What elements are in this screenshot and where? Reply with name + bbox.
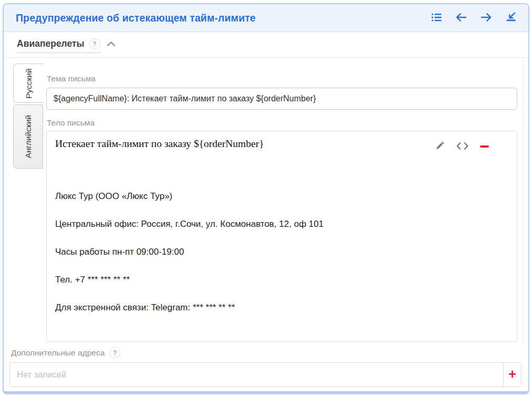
minus-icon bbox=[480, 145, 489, 148]
tab-english-label: Английский bbox=[24, 115, 33, 158]
additional-addresses-label: Дополнительные адреса bbox=[11, 348, 105, 358]
html-code-button[interactable] bbox=[456, 140, 469, 153]
tab-english[interactable]: Английский bbox=[13, 105, 43, 169]
plus-icon: + bbox=[508, 368, 516, 381]
arrow-left-icon bbox=[455, 12, 467, 25]
tab-russian[interactable]: Русский bbox=[13, 64, 44, 103]
body-paragraph: Центральный офис: Россия, г.Сочи, ул. Ко… bbox=[55, 218, 508, 230]
body-paragraph: Люкс Тур (ООО «Люкс Тур») bbox=[55, 191, 508, 202]
body-paragraph: Тел. +7 *** *** ** ** bbox=[55, 274, 508, 286]
chevron-up-icon bbox=[107, 40, 116, 48]
back-button[interactable] bbox=[455, 12, 467, 24]
edit-button[interactable] bbox=[435, 140, 445, 153]
email-template-window: Предупреждение об истекающем тайм-лимите bbox=[3, 3, 529, 394]
section-title: Авиаперелеты bbox=[17, 38, 85, 49]
forward-button[interactable] bbox=[480, 12, 493, 24]
body-paragraph: Для экстренной связи: Telegram: *** *** … bbox=[55, 302, 508, 314]
list-icon bbox=[431, 12, 442, 25]
remove-body-button[interactable] bbox=[480, 140, 489, 153]
list-button[interactable] bbox=[431, 12, 442, 24]
add-address-button[interactable]: + bbox=[503, 363, 521, 386]
dock-button[interactable] bbox=[505, 12, 517, 24]
code-icon bbox=[456, 141, 469, 152]
tab-russian-label: Русский bbox=[24, 68, 34, 99]
additional-help-icon[interactable]: ? bbox=[109, 347, 120, 358]
additional-label-row: Дополнительные адреса ? bbox=[11, 347, 523, 358]
page-title: Предупреждение об истекающем тайм-лимите bbox=[16, 12, 256, 24]
language-panel: Русский Английский Тема письма Тело пись… bbox=[4, 58, 528, 346]
titlebar-actions bbox=[431, 12, 517, 24]
section-title-wrap: Авиаперелеты ? bbox=[17, 38, 100, 53]
additional-addresses-section: Дополнительные адреса ? + bbox=[4, 346, 528, 387]
panel-right-border bbox=[523, 58, 524, 345]
additional-address-row: + bbox=[9, 362, 521, 387]
additional-address-input[interactable] bbox=[10, 363, 503, 386]
email-body-editor[interactable]: Истекает тайм-лимит по заказу ${orderNum… bbox=[46, 131, 517, 342]
titlebar: Предупреждение об истекающем тайм-лимите bbox=[4, 4, 528, 32]
subject-label: Тема письма bbox=[47, 74, 517, 83]
body-label: Тело письма bbox=[47, 118, 517, 128]
editor-tools bbox=[435, 140, 489, 153]
body-paragraph: Часы работы пн-пт 09:00-19:00 bbox=[55, 246, 508, 258]
pencil-icon bbox=[435, 141, 445, 152]
section-help-icon[interactable]: ? bbox=[89, 38, 100, 49]
template-fields: Тема письма Тело письма Истекает тайм-ли… bbox=[46, 58, 517, 342]
arrow-right-icon bbox=[480, 12, 493, 25]
dock-arrow-icon bbox=[505, 12, 517, 25]
section-bar: Авиаперелеты ? bbox=[4, 32, 528, 58]
subject-input[interactable] bbox=[46, 88, 517, 110]
collapse-section-button[interactable] bbox=[107, 38, 116, 50]
